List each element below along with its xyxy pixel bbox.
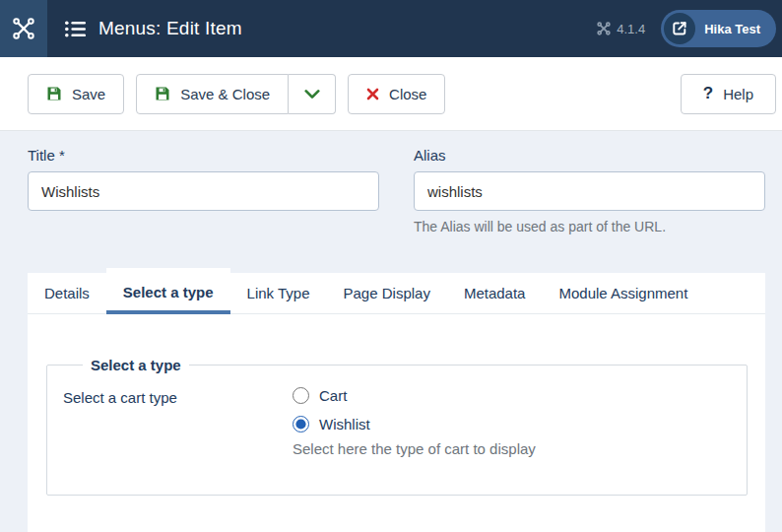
close-button-label: Close xyxy=(389,86,426,102)
tab-label: Select a type xyxy=(123,284,214,300)
wishlist-radio[interactable] xyxy=(293,416,309,432)
tab-module-assignment[interactable]: Module Assignment xyxy=(542,268,704,313)
tab-bar: Details Select a type Link Type Page Dis… xyxy=(28,268,765,314)
cart-radio[interactable] xyxy=(293,387,309,404)
close-icon xyxy=(366,88,379,100)
help-button[interactable]: ? Help xyxy=(681,74,776,114)
tab-label: Page Display xyxy=(344,285,430,301)
save-options-dropdown-toggle[interactable] xyxy=(289,74,336,114)
joomla-version-icon xyxy=(597,22,611,35)
user-name-label: Hika Test xyxy=(704,22,760,36)
tab-metadata[interactable]: Metadata xyxy=(447,268,543,313)
select-type-fieldset: Select a type Select a cart type Cart Wi… xyxy=(46,357,748,496)
alias-field-group: Alias The Alias will be used as part of … xyxy=(414,147,765,234)
save-button-label: Save xyxy=(72,86,105,102)
menu-list-icon[interactable] xyxy=(65,21,86,37)
save-icon xyxy=(46,86,62,101)
edit-item-tabs-card: Details Select a type Link Type Page Dis… xyxy=(28,268,765,532)
chevron-down-icon xyxy=(304,89,320,100)
cart-type-field-row: Select a cart type Cart Wishlist Select … xyxy=(63,387,731,457)
title-alias-row: Title * Alias The Alias will be used as … xyxy=(0,131,782,234)
cart-radio-label: Cart xyxy=(319,387,347,404)
top-header: Menus: Edit Item 4.1.4 Hika Test xyxy=(0,0,782,57)
save-close-split-button: Save & Close xyxy=(136,74,336,114)
tab-page-display[interactable]: Page Display xyxy=(327,268,447,313)
cart-type-controls: Cart Wishlist Select here the type of ca… xyxy=(293,387,536,457)
wishlist-option-row[interactable]: Wishlist xyxy=(293,416,536,432)
cart-type-radio-group: Cart Wishlist xyxy=(293,387,536,432)
version-info: 4.1.4 xyxy=(597,22,645,36)
close-button[interactable]: Close xyxy=(348,74,445,114)
page-title: Menus: Edit Item xyxy=(98,18,242,39)
tab-label: Details xyxy=(44,285,90,301)
cart-option-row[interactable]: Cart xyxy=(293,387,536,404)
title-field-group: Title * xyxy=(28,147,379,234)
user-menu-button[interactable]: Hika Test xyxy=(661,10,776,47)
tab-label: Module Assignment xyxy=(558,285,687,301)
title-input[interactable] xyxy=(28,171,379,211)
title-label: Title * xyxy=(28,147,379,164)
tab-panel-select-a-type: Select a type Select a cart type Cart Wi… xyxy=(28,314,765,532)
toolbar: Save Save & Close xyxy=(0,57,782,131)
help-button-label: Help xyxy=(723,86,753,102)
tab-select-a-type[interactable]: Select a type xyxy=(106,268,230,314)
alias-input[interactable] xyxy=(414,171,765,211)
save-and-close-button[interactable]: Save & Close xyxy=(136,74,289,114)
version-number: 4.1.4 xyxy=(617,22,645,36)
joomla-logo-icon xyxy=(12,17,35,40)
help-icon: ? xyxy=(703,84,713,103)
tab-details[interactable]: Details xyxy=(28,268,106,313)
alias-label: Alias xyxy=(414,147,765,164)
alias-help-text: The Alias will be used as part of the UR… xyxy=(414,219,765,234)
save-and-close-label: Save & Close xyxy=(180,86,270,102)
cart-type-field-label: Select a cart type xyxy=(63,387,293,406)
save-button[interactable]: Save xyxy=(28,74,124,114)
tab-label: Metadata xyxy=(464,285,526,301)
external-link-icon xyxy=(664,13,695,44)
save-icon xyxy=(155,86,170,101)
wishlist-radio-label: Wishlist xyxy=(319,416,370,432)
joomla-logo-tile[interactable] xyxy=(0,0,47,57)
fieldset-legend: Select a type xyxy=(83,357,189,373)
cart-type-help-text: Select here the type of cart to display xyxy=(293,440,536,457)
tab-label: Link Type xyxy=(247,285,310,301)
tab-link-type[interactable]: Link Type xyxy=(230,268,327,313)
